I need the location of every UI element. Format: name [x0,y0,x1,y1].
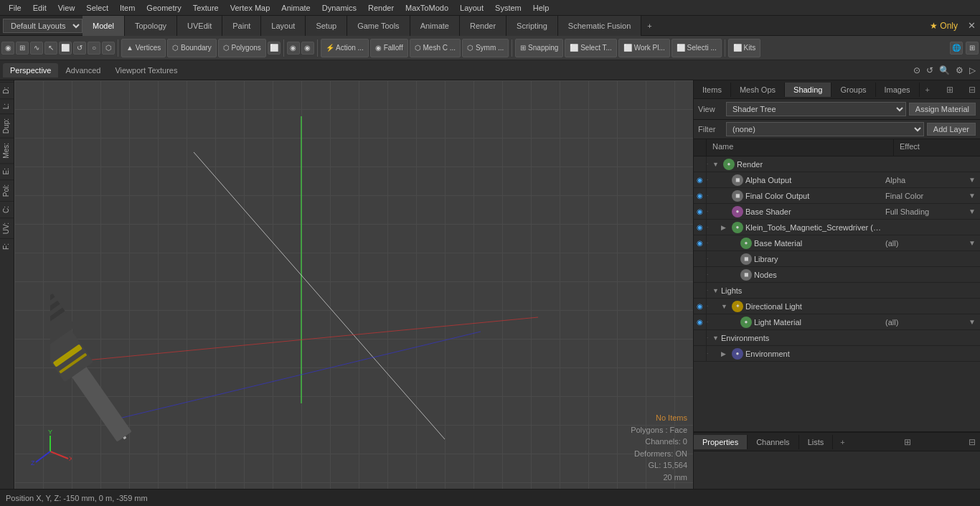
menu-view[interactable]: View [52,2,81,14]
tree-eye-klein-screwdriver[interactable]: ◉ [694,220,707,235]
tree-arrow-environment[interactable]: ▶ [721,350,730,357]
falloff-button[interactable]: ◉ Falloff [370,39,408,57]
panel-tab-groups[interactable]: Groups [831,83,875,97]
layout-tab-setup[interactable]: Setup [306,16,347,36]
layout-preset-dropdown[interactable]: Default Layouts [3,19,83,33]
tree-row-alpha-output[interactable]: ◉·◼Alpha OutputAlpha▼ [694,172,980,188]
tree-eye-render[interactable] [694,156,707,172]
layout-tab-uvedit[interactable]: UVEdit [177,16,222,36]
vertices-button[interactable]: ▲ Vertices [121,39,166,57]
viewport-tab-textures[interactable]: Viewport Textures [108,63,184,78]
tree-row-base-shader[interactable]: ◉·●Base ShaderFull Shading▼ [694,204,980,220]
tree-dropdown-light-material[interactable]: ▼ [969,318,980,326]
mesh-button[interactable]: ⬡ Mesh C ... [410,39,461,57]
sidebar-tab-uv[interactable]: UV: [0,217,14,238]
select-tool-button[interactable]: ⬜ Select T... [565,39,617,57]
props-tab-channels[interactable]: Channels [748,435,798,449]
sidebar-tab-dup[interactable]: Dup: [0,113,14,138]
panel-expand-icon[interactable]: ⊞ [942,82,958,98]
viewport-ctrl-1[interactable]: ⊙ [912,64,922,77]
menu-texture[interactable]: Texture [187,2,225,14]
sidebar-tab-f[interactable]: F: [0,238,14,254]
symmetry-button[interactable]: ⬡ Symm ... [462,39,509,57]
tree-row-nodes[interactable]: ·◼Nodes [694,267,980,283]
tree-arrow-klein-screwdriver[interactable]: ▶ [721,224,730,231]
eye-icon[interactable]: ◉ [287,42,300,55]
tree-row-lights[interactable]: ·▼Lights [694,283,980,299]
rope-icon[interactable]: ∿ [30,42,43,55]
sidebar-tab-l[interactable]: L: [0,98,14,113]
menu-select[interactable]: Select [80,2,114,14]
tree-row-base-material[interactable]: ◉·●Base Material(all)▼ [694,235,980,251]
tree-arrow-lights[interactable]: ▼ [712,287,721,294]
tree-eye-environments[interactable] [694,330,707,346]
tree-eye-light-material[interactable]: ◉ [694,314,707,330]
tree-dropdown-base-shader[interactable]: ▼ [969,207,980,215]
panel-tab-items[interactable]: Items [694,83,731,97]
panel-tab-mesh-ops[interactable]: Mesh Ops [731,83,785,97]
box-select[interactable]: ⬜ [59,42,72,55]
selection-button[interactable]: ⬜ Selecti ... [672,39,722,57]
layout-tab-animate[interactable]: Animate [410,16,460,36]
props-tab-lists[interactable]: Lists [799,435,834,449]
menu-help[interactable]: Help [527,2,555,14]
arrow-tool[interactable]: ↖ [44,42,57,55]
circle-icon[interactable]: ○ [88,42,100,55]
viewport-ctrl-2[interactable]: ↺ [925,64,935,77]
layout-tab-model[interactable]: Model [83,16,125,36]
sidebar-tab-mes[interactable]: Mes: [0,138,14,163]
expand-icon[interactable]: ⊞ [966,42,979,55]
tree-row-environment[interactable]: ·▶●Environment [694,346,980,362]
add-layer-button[interactable]: Add Layer [927,123,976,136]
globe-icon[interactable]: 🌐 [950,42,963,55]
tree-eye-base-material[interactable]: ◉ [694,235,707,251]
props-tab-properties[interactable]: Properties [694,435,748,449]
viewport-ctrl-3[interactable]: 🔍 [938,64,951,77]
mode-icon[interactable]: ◉ [1,42,14,55]
shield-icon[interactable]: ⬡ [102,42,115,55]
viewport[interactable]: No Items Polygons : Face Channels: 0 Def… [14,80,693,489]
tree-eye-final-color[interactable]: ◉ [694,188,707,204]
tree-row-environments[interactable]: ·▼Environments [694,330,980,346]
menu-system[interactable]: System [489,2,527,14]
menu-dynamics[interactable]: Dynamics [316,2,362,14]
layout-tab-scripting[interactable]: Scripting [507,16,558,36]
props-add-tab[interactable]: + [834,435,850,449]
props-expand[interactable]: ⊞ [900,434,915,450]
layout-star[interactable]: ★ Only [924,18,963,34]
layout-tab-game-tools[interactable]: Game Tools [347,16,410,36]
tree-dropdown-alpha-output[interactable]: ▼ [969,176,980,184]
sidebar-tab-e[interactable]: E: [0,163,14,179]
tree-dropdown-base-material[interactable]: ▼ [969,239,980,247]
polygons-button[interactable]: ⬡ Polygons [218,39,266,57]
tree-row-library[interactable]: ·◼Library [694,251,980,267]
menu-layout[interactable]: Layout [454,2,489,14]
tree-dropdown-final-color[interactable]: ▼ [969,192,980,200]
props-expand2[interactable]: ⊟ [964,434,980,450]
tree-eye-library[interactable] [694,251,707,267]
eye2-icon[interactable]: ◉ [301,42,314,55]
view-select[interactable]: Shader Tree [726,102,906,116]
panel-add-tab[interactable]: + [920,83,936,97]
viewport-ctrl-gear[interactable]: ⚙ [954,64,965,77]
panel-tab-shading[interactable]: Shading [785,83,831,97]
menu-maxtomodo[interactable]: MaxToModo [400,2,454,14]
viewport-tab-advanced[interactable]: Advanced [58,63,108,78]
tree-row-klein-screwdriver[interactable]: ◉·▶●Klein_Tools_Magnetic_Screwdriver (… [694,220,980,235]
menu-file[interactable]: File [3,2,27,14]
layout-close-button[interactable]: ✕ [963,17,980,34]
layout-tab-topology[interactable]: Topology [125,16,177,36]
tree-eye-directional-light[interactable]: ◉ [694,299,707,314]
layout-add-button[interactable]: + [641,19,657,33]
menu-item[interactable]: Item [114,2,141,14]
tree-arrow-render[interactable]: ▼ [712,161,721,168]
tree-row-light-material[interactable]: ◉·●Light Material(all)▼ [694,314,980,330]
kits-button[interactable]: ⬜ Kits [728,39,760,57]
rotate-icon[interactable]: ↺ [73,42,86,55]
menu-animate[interactable]: Animate [275,2,316,14]
work-plane-button[interactable]: ⬜ Work Pl... [618,39,670,57]
tree-eye-environment[interactable] [694,346,707,362]
tree-eye-base-shader[interactable]: ◉ [694,204,707,220]
menu-geometry[interactable]: Geometry [141,2,187,14]
square-icon[interactable]: ⬜ [268,42,281,55]
